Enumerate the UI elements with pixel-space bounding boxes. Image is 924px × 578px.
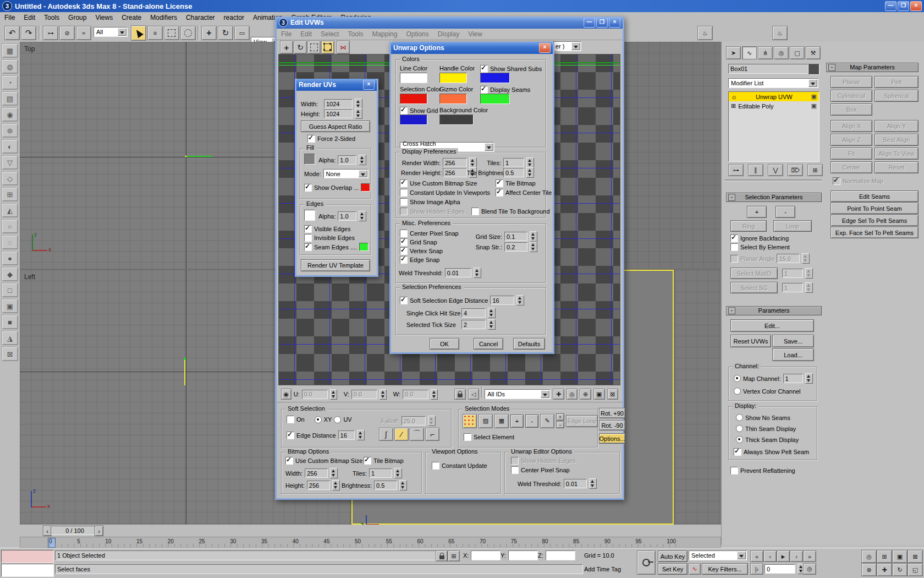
background-color-swatch[interactable] (439, 114, 474, 125)
previous-frame-icon[interactable]: ‹ (763, 550, 777, 562)
render-height-field[interactable]: 256 (443, 168, 467, 177)
grid-size-spinner[interactable] (530, 231, 537, 242)
fill-color-swatch[interactable] (304, 154, 315, 165)
grid-color-swatch[interactable] (400, 114, 427, 125)
rollout-parameters[interactable]: - Parameters (726, 306, 822, 315)
key-filters-button[interactable]: Key Filters... (702, 563, 748, 575)
best-align-button[interactable]: Best Align (875, 134, 919, 146)
show-image-alpha-checkbox[interactable] (400, 198, 408, 206)
hit-size-field[interactable]: 4 (461, 308, 486, 318)
always-show-pelt-seam-checkbox[interactable] (734, 448, 741, 456)
render-width-field[interactable]: 1024 (324, 99, 353, 108)
close-button[interactable]: × (539, 43, 551, 53)
shrink-selection-button[interactable]: - (776, 206, 795, 218)
reactor-toolbar-icon[interactable]: ■ (2, 315, 18, 329)
pan-icon[interactable]: ✚ (553, 389, 564, 400)
menu-item[interactable]: reactor (219, 12, 249, 23)
tiles-field[interactable]: 1 (369, 468, 392, 478)
defaults-button[interactable]: Defaults (513, 338, 545, 350)
paint-select-icon[interactable]: ✎ (540, 414, 554, 428)
reactor-toolbar-icon[interactable]: ▽ (2, 155, 18, 170)
map-channel-spinner[interactable] (805, 373, 813, 384)
reactor-toolbar-icon[interactable]: ◆ (2, 267, 18, 281)
tab-create-icon[interactable]: ➤ (726, 46, 741, 59)
exp-face-sel-to-pelt-button[interactable]: Exp. Face Sel To Pelt Seams (831, 227, 919, 238)
spherical-button[interactable]: Spherical (875, 90, 919, 102)
edit-uvws-button[interactable]: Edit... (730, 319, 814, 332)
track-range-field[interactable]: 0 / 100 (51, 526, 99, 535)
dropdown-arrow-icon[interactable] (571, 42, 580, 50)
reactor-toolbar-icon[interactable]: ⊚ (2, 123, 18, 138)
loop-button[interactable]: Loop (773, 220, 812, 232)
reset-uvws-button[interactable]: Reset UVWs (730, 335, 771, 347)
menu-item[interactable]: Mapping (367, 29, 402, 40)
render-width-field[interactable]: 256 (443, 158, 467, 167)
menu-item[interactable]: Character (182, 12, 219, 23)
seam-edges-checkbox[interactable] (304, 243, 312, 251)
load-uvws-button[interactable]: Load... (772, 348, 814, 361)
planar-angle-field[interactable]: 15.0 (777, 254, 800, 263)
reset-button[interactable]: Reset (875, 161, 919, 173)
object-vertex[interactable] (184, 358, 186, 360)
fill-alpha-spinner[interactable] (359, 155, 366, 165)
freeform-mode-icon[interactable] (321, 41, 334, 54)
v-spinner[interactable] (380, 389, 387, 400)
unwrap-options-titlebar[interactable]: Unwrap Options × (391, 42, 553, 54)
modifier-list-dropdown[interactable]: Modifier List (728, 78, 818, 88)
time-configuration-icon[interactable]: ◎ (803, 563, 816, 575)
soft-selection-on-checkbox[interactable] (287, 416, 294, 423)
edge-distance-spinner[interactable] (357, 430, 365, 440)
y-coordinate-field[interactable] (508, 550, 538, 560)
ok-button[interactable]: OK (430, 338, 459, 350)
zoom-extents-icon[interactable]: ▣ (892, 550, 908, 563)
falloff-field[interactable]: 25.0 (402, 416, 426, 426)
dropdown-arrow-icon[interactable] (541, 390, 549, 398)
normalize-map-checkbox[interactable] (833, 177, 840, 185)
zoom-extents-icon[interactable]: ▣ (593, 389, 605, 400)
absolute-mode-icon[interactable]: ◉ (281, 389, 292, 400)
zoom-icon[interactable]: ◎ (861, 550, 877, 563)
reactor-toolbar-icon[interactable]: ◌ (2, 235, 18, 249)
brightness-field[interactable]: 0.5 (374, 481, 397, 490)
select-link-icon[interactable]: ⊶ (43, 26, 58, 40)
seam-color-swatch[interactable] (359, 243, 369, 251)
key-mode-toggle-icon[interactable] (637, 550, 656, 575)
menu-item[interactable]: Views (91, 12, 117, 23)
matid-field[interactable]: 1 (782, 269, 803, 278)
viewport-left-label[interactable]: Left (24, 273, 35, 281)
menu-item[interactable]: Display (433, 29, 464, 40)
tab-utilities-icon[interactable]: ⚒ (806, 46, 821, 59)
edit-uvws-titlebar[interactable]: 3 Edit UVWs — ❐ × (277, 17, 623, 29)
reactor-toolbar-icon[interactable]: ◍ (2, 59, 18, 74)
z-coordinate-field[interactable] (546, 550, 575, 560)
select-object-button[interactable] (131, 25, 146, 41)
maximize-viewport-toggle-icon[interactable]: ◱ (908, 563, 923, 576)
render-height-field[interactable]: 1024 (324, 109, 353, 118)
arc-rotate-icon[interactable]: ↻ (892, 563, 908, 576)
thin-seam-radio[interactable] (736, 425, 743, 432)
vertex-mode-icon[interactable] (463, 414, 477, 428)
key-step-toggle-icon[interactable]: |‹ (750, 563, 763, 575)
absolute-offset-toggle-icon[interactable]: ⊞ (448, 550, 460, 561)
pelt-button[interactable]: Pelt (875, 76, 919, 88)
render-height-spinner[interactable] (355, 108, 362, 119)
soft-selection-distance-spinner[interactable] (516, 295, 524, 306)
tab-modify-icon[interactable]: ∿ (742, 46, 757, 59)
bitmap-height-spinner[interactable] (332, 480, 340, 490)
object-name-field[interactable]: Box01 (728, 64, 809, 74)
menu-item[interactable]: Modifiers (146, 12, 182, 23)
scale-tool-icon[interactable] (307, 41, 321, 54)
map-channel-field[interactable]: 1 (783, 374, 803, 383)
brush-size-down-button[interactable]: - (556, 421, 564, 428)
xy-radio[interactable] (315, 416, 322, 423)
tile-bitmap-checkbox[interactable] (364, 457, 371, 465)
align-to-view-button[interactable]: Align To View (875, 148, 919, 160)
edit-seams-button[interactable]: Edit Seams (831, 190, 919, 202)
goto-end-icon[interactable]: » (803, 550, 816, 562)
redo-icon[interactable]: ↷ (21, 26, 36, 40)
shared-subs-color-swatch[interactable] (480, 73, 510, 83)
overlap-color-swatch[interactable] (361, 183, 370, 192)
pan-view-icon[interactable]: ✚ (877, 563, 892, 576)
edge-distance-checkbox[interactable] (287, 432, 294, 439)
reactor-toolbar-icon[interactable]: ◉ (2, 107, 18, 122)
